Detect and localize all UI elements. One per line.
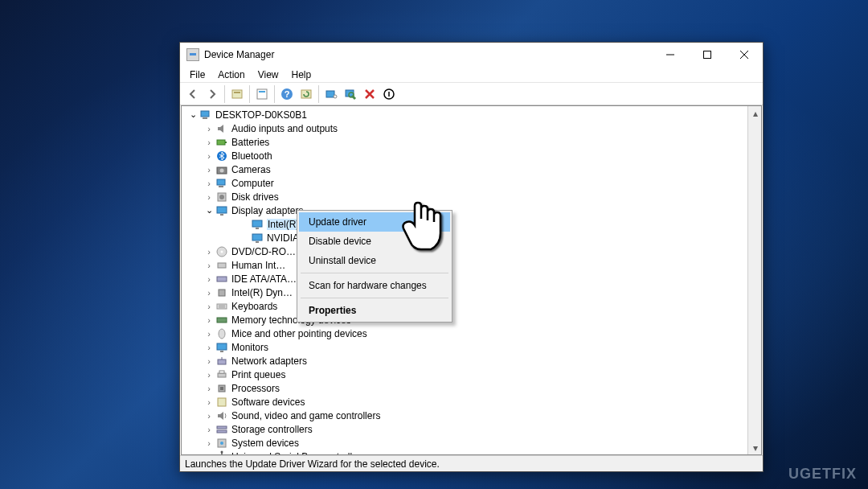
scan-hardware-button[interactable]	[341, 84, 360, 104]
collapse-icon[interactable]: ⌄	[186, 109, 199, 120]
computer-icon	[215, 177, 228, 190]
svg-rect-47	[218, 373, 226, 377]
tree-node-label: Universal Serial Bus controllers	[231, 451, 366, 455]
context-menu-item[interactable]: Scan for hardware changes	[299, 276, 450, 295]
close-button[interactable]	[726, 43, 763, 67]
tree-node[interactable]: Intel(R) HD Graphics 4000	[182, 217, 747, 231]
scrollbar[interactable]: ▴ ▾	[747, 106, 761, 454]
disk-icon	[215, 191, 228, 203]
app-icon	[186, 48, 199, 61]
expand-icon[interactable]: ›	[203, 438, 215, 448]
minimize-button[interactable]	[652, 43, 689, 67]
expand-icon[interactable]: ›	[203, 165, 215, 175]
expand-icon[interactable]: ›	[203, 138, 215, 147]
scroll-up-icon[interactable]: ▴	[748, 106, 762, 120]
tree-node[interactable]: ›Human Int…	[182, 258, 747, 272]
expand-icon[interactable]: ›	[203, 261, 215, 270]
svg-rect-5	[234, 92, 240, 93]
expand-icon[interactable]: ›	[203, 124, 215, 134]
expand-icon[interactable]: ›	[203, 425, 215, 434]
tree-node[interactable]: ›Batteries	[182, 135, 747, 149]
tree-node[interactable]: ›DVD/CD-RO…	[182, 244, 747, 258]
collapse-icon[interactable]: ⌄	[203, 205, 215, 216]
tree-node[interactable]: ›Processors	[182, 381, 747, 395]
expand-icon[interactable]: ›	[203, 370, 215, 380]
update-driver-button[interactable]	[321, 84, 341, 104]
refresh-button[interactable]	[297, 84, 316, 104]
svg-point-22	[220, 168, 224, 172]
menu-view[interactable]: View	[252, 68, 285, 82]
tree-node-label: Batteries	[231, 137, 269, 148]
tree-node[interactable]: ›IDE ATA/ATA…	[182, 272, 747, 286]
device-tree[interactable]: ⌄DESKTOP-D0KS0B1›Audio inputs and output…	[182, 106, 747, 454]
svg-rect-45	[218, 360, 226, 364]
expand-icon[interactable]: ›	[203, 274, 215, 284]
content-area: ⌄DESKTOP-D0KS0B1›Audio inputs and output…	[181, 105, 762, 455]
help-button[interactable]: ?	[277, 84, 297, 104]
tree-node[interactable]: ›Storage controllers	[182, 422, 747, 436]
expand-icon[interactable]: ›	[203, 302, 215, 311]
svg-rect-30	[256, 228, 259, 229]
tree-node-label: Keyboards	[231, 301, 277, 312]
expand-icon[interactable]: ›	[203, 179, 215, 188]
expand-icon[interactable]: ›	[203, 192, 215, 202]
titlebar[interactable]: Device Manager	[180, 43, 763, 67]
software-icon	[215, 396, 228, 409]
expand-icon[interactable]: ›	[203, 315, 215, 325]
tree-node[interactable]: ›Universal Serial Bus controllers	[182, 450, 747, 454]
show-hidden-button[interactable]	[227, 84, 247, 104]
network-icon	[215, 355, 228, 368]
context-menu-item[interactable]: Uninstall device	[299, 251, 450, 270]
expand-icon[interactable]: ›	[203, 329, 215, 339]
menu-file[interactable]: File	[183, 68, 211, 82]
forward-button[interactable]	[203, 84, 222, 104]
expand-icon[interactable]: ›	[203, 288, 215, 298]
tree-node[interactable]: ›Bluetooth	[182, 149, 747, 162]
svg-rect-52	[217, 426, 227, 429]
expand-icon[interactable]: ›	[203, 384, 215, 393]
expand-icon[interactable]: ›	[203, 356, 215, 366]
svg-rect-29	[252, 220, 262, 227]
tree-node[interactable]: ›Mice and other pointing devices	[182, 327, 747, 340]
maximize-button[interactable]	[689, 43, 726, 67]
expand-icon[interactable]: ›	[203, 411, 215, 421]
tree-node[interactable]: ›Network adapters	[182, 354, 747, 368]
tree-node[interactable]: ›Software devices	[182, 395, 747, 409]
tree-node[interactable]: ⌄DESKTOP-D0KS0B1	[182, 108, 747, 121]
tree-node[interactable]: ›Cameras	[182, 162, 747, 176]
tree-node-label: Mice and other pointing devices	[231, 328, 367, 339]
svg-point-34	[221, 250, 223, 253]
svg-rect-4	[232, 90, 242, 98]
expand-icon[interactable]: ›	[203, 343, 215, 352]
tree-node[interactable]: ›Audio inputs and outputs	[182, 121, 747, 135]
tree-node-label: DVD/CD-RO…	[231, 246, 296, 257]
context-menu-item[interactable]: Update driver	[299, 212, 450, 232]
scroll-down-icon[interactable]: ▾	[748, 441, 762, 454]
tree-node[interactable]: NVIDIA …	[182, 231, 747, 244]
back-button[interactable]	[183, 84, 203, 104]
expand-icon[interactable]: ›	[203, 452, 215, 455]
properties-button[interactable]	[252, 84, 272, 104]
uninstall-button[interactable]	[360, 84, 379, 104]
tree-node[interactable]: ›Memory technology devices	[182, 313, 747, 327]
menu-help[interactable]: Help	[285, 68, 318, 82]
expand-icon[interactable]: ›	[203, 151, 215, 161]
tree-node[interactable]: ›Computer	[182, 176, 747, 190]
tree-node[interactable]: ›Sound, video and game controllers	[182, 409, 747, 422]
disable-button[interactable]	[379, 84, 399, 104]
svg-rect-51	[218, 398, 226, 406]
monitor-icon	[215, 204, 228, 217]
tree-node[interactable]: ›Disk drives	[182, 190, 747, 203]
tree-node[interactable]: ›Print queues	[182, 368, 747, 381]
tree-node-label: Processors	[231, 383, 280, 394]
menu-action[interactable]: Action	[211, 68, 251, 82]
tree-node[interactable]: ›Intel(R) Dyn…	[182, 286, 747, 299]
tree-node[interactable]: ›Monitors	[182, 340, 747, 354]
tree-node[interactable]: ›System devices	[182, 436, 747, 450]
context-menu-item[interactable]: Disable device	[299, 232, 450, 251]
context-menu-item[interactable]: Properties	[299, 301, 450, 320]
tree-node[interactable]: ⌄Display adapters	[182, 203, 747, 217]
expand-icon[interactable]: ›	[203, 247, 215, 257]
tree-node[interactable]: ›Keyboards	[182, 299, 747, 313]
expand-icon[interactable]: ›	[203, 397, 215, 407]
